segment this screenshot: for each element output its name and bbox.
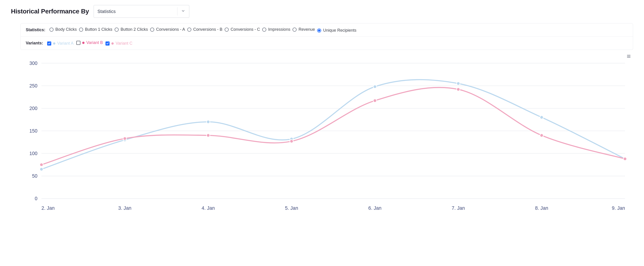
svg-rect-2 (627, 57, 630, 58)
series-point (456, 88, 460, 91)
statistic-radio-label: Button 1 Clicks (85, 27, 112, 32)
series-point (123, 137, 127, 140)
svg-rect-0 (627, 55, 630, 55)
radio-icon (317, 28, 321, 32)
radio-icon (262, 28, 266, 32)
variant-swatch (82, 42, 84, 44)
variants-label: Variants: (26, 41, 43, 46)
statistic-radio[interactable]: Button 1 Clicks (79, 27, 112, 32)
chart-menu-button[interactable] (626, 54, 631, 60)
variants-row: Variants: Variant AVariant BVariant C (21, 36, 633, 50)
x-tick-label: 9. Jan (612, 206, 625, 211)
series-line (42, 80, 625, 169)
series-point (540, 116, 543, 119)
series-point (373, 99, 376, 102)
statistic-radio[interactable]: Body Clicks (50, 27, 77, 32)
radio-icon (150, 28, 154, 32)
radio-icon (114, 28, 119, 32)
statistic-radio[interactable]: Conversions - C (224, 27, 260, 32)
metric-dropdown[interactable]: Statistics (94, 5, 189, 18)
statistic-radio[interactable]: Unique Recipients (317, 28, 356, 33)
y-tick-label: 100 (30, 150, 37, 156)
statistic-radio-label: Conversions - A (156, 27, 185, 32)
variant-swatch (53, 42, 55, 45)
series-point (540, 134, 543, 137)
y-tick-label: 300 (30, 60, 37, 66)
statistic-radio-label: Impressions (268, 27, 290, 32)
statistic-radio[interactable]: Conversions - B (187, 27, 222, 32)
variant-label: Variant B (86, 40, 103, 45)
radio-icon (50, 28, 54, 32)
statistic-radio[interactable]: Button 2 Clicks (114, 27, 148, 32)
hamburger-icon (626, 54, 631, 58)
metric-dropdown-button[interactable]: Statistics (94, 5, 189, 18)
x-tick-label: 5. Jan (285, 206, 298, 211)
statistic-radio[interactable]: Impressions (262, 27, 290, 32)
statistic-radio-label: Conversions - C (230, 27, 260, 32)
x-tick-label: 2. Jan (42, 206, 55, 211)
radio-icon (292, 28, 296, 32)
x-tick-label: 6. Jan (368, 206, 382, 211)
y-tick-label: 150 (30, 128, 37, 133)
statistics-row: Statistics: Body ClicksButton 1 ClicksBu… (21, 24, 633, 36)
x-tick-label: 3. Jan (118, 206, 132, 211)
series-point (206, 120, 210, 124)
statistic-radio-label: Button 2 Clicks (120, 27, 148, 32)
variant-label: Variant A (57, 41, 74, 46)
checkbox-icon (76, 41, 80, 45)
variant-label: Variant C (116, 41, 132, 46)
radio-icon (79, 28, 83, 32)
chart-container: 0501001502002503002. Jan3. Jan4. Jan5. J… (20, 54, 633, 215)
performance-chart: 0501001502002503002. Jan3. Jan4. Jan5. J… (20, 54, 633, 215)
statistic-radio-label: Body Clicks (55, 27, 77, 32)
series-point (40, 168, 43, 171)
dropdown-divider (177, 7, 178, 16)
series-point (206, 134, 210, 137)
statistic-radio[interactable]: Conversions - A (150, 27, 185, 32)
x-tick-label: 4. Jan (202, 206, 215, 211)
x-tick-label: 7. Jan (452, 206, 465, 211)
filter-panel: Statistics: Body ClicksButton 1 ClicksBu… (20, 23, 633, 50)
y-tick-label: 200 (30, 106, 37, 111)
y-tick-label: 50 (32, 173, 38, 178)
series-line (42, 87, 625, 164)
statistic-radio-label: Conversions - B (193, 27, 222, 32)
series-point (373, 85, 376, 88)
variant-checkbox[interactable]: Variant C (106, 41, 132, 46)
checkbox-icon (47, 42, 51, 46)
series-point (40, 163, 43, 166)
x-tick-label: 8. Jan (535, 206, 548, 211)
y-tick-label: 250 (30, 83, 37, 88)
variant-checkbox[interactable]: Variant B (76, 40, 103, 45)
statistic-radio-label: Unique Recipients (323, 28, 356, 33)
statistic-radio[interactable]: Revenue (292, 27, 315, 32)
statistics-label: Statistics: (26, 28, 45, 32)
series-point (623, 157, 627, 160)
series-point (456, 82, 460, 85)
variant-swatch (112, 42, 114, 45)
statistic-radio-label: Revenue (298, 27, 315, 32)
radio-icon (224, 28, 229, 32)
checkbox-icon (106, 42, 110, 46)
variant-checkbox[interactable]: Variant A (47, 41, 74, 46)
series-point (290, 140, 293, 143)
y-tick-label: 0 (35, 196, 38, 201)
svg-rect-1 (627, 56, 630, 56)
page-title: Historical Performance By (11, 8, 89, 15)
radio-icon (187, 28, 191, 32)
